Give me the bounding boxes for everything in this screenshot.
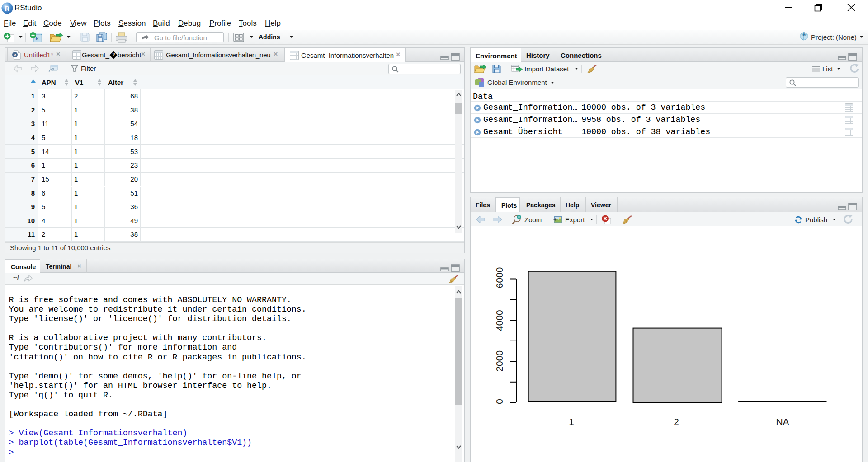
- svg-text:NA: NA: [776, 416, 789, 427]
- svg-text:R: R: [14, 53, 17, 57]
- svg-text:R: R: [802, 32, 806, 37]
- svg-text:0: 0: [494, 399, 505, 404]
- svg-text:2000: 2000: [494, 350, 505, 372]
- svg-text:4000: 4000: [494, 310, 505, 331]
- svg-text:1: 1: [569, 416, 574, 427]
- svg-text:6000: 6000: [494, 267, 505, 289]
- svg-text:2: 2: [674, 416, 679, 427]
- svg-text:R: R: [5, 5, 10, 13]
